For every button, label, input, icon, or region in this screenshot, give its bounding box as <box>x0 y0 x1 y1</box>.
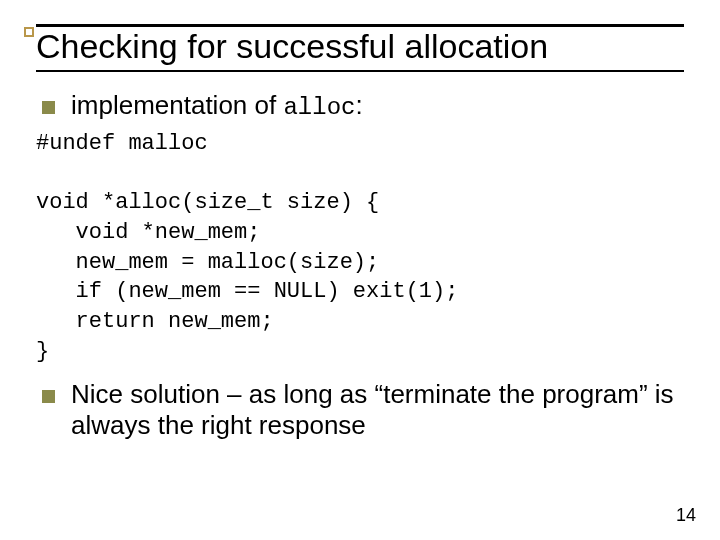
code-line: if (new_mem == NULL) exit(1); <box>36 279 458 304</box>
code-line: new_mem = malloc(size); <box>36 250 379 275</box>
bullet-prefix: implementation of <box>71 90 283 120</box>
bullet-text: Nice solution – as long as “terminate th… <box>71 379 684 441</box>
bullet-text: implementation of alloc: <box>71 90 363 121</box>
bullet-item: Nice solution – as long as “terminate th… <box>42 379 684 441</box>
square-bullet-icon <box>42 390 55 403</box>
code-line: #undef malloc <box>36 131 208 156</box>
title-accent-square <box>24 27 34 37</box>
title-block: Checking for successful allocation <box>36 24 684 72</box>
code-line: } <box>36 339 49 364</box>
code-line: void *alloc(size_t size) { <box>36 190 379 215</box>
code-line: return new_mem; <box>36 309 274 334</box>
bullet-item: implementation of alloc: <box>42 90 684 121</box>
slide-title: Checking for successful allocation <box>36 25 684 72</box>
code-line: void *new_mem; <box>36 220 260 245</box>
bullet-mono: alloc <box>283 94 355 121</box>
code-block: #undef malloc void *alloc(size_t size) {… <box>36 129 684 367</box>
bullet-suffix: : <box>355 90 362 120</box>
square-bullet-icon <box>42 101 55 114</box>
page-number: 14 <box>676 505 696 526</box>
bullet-prefix: Nice solution – as long as “terminate th… <box>71 379 674 440</box>
